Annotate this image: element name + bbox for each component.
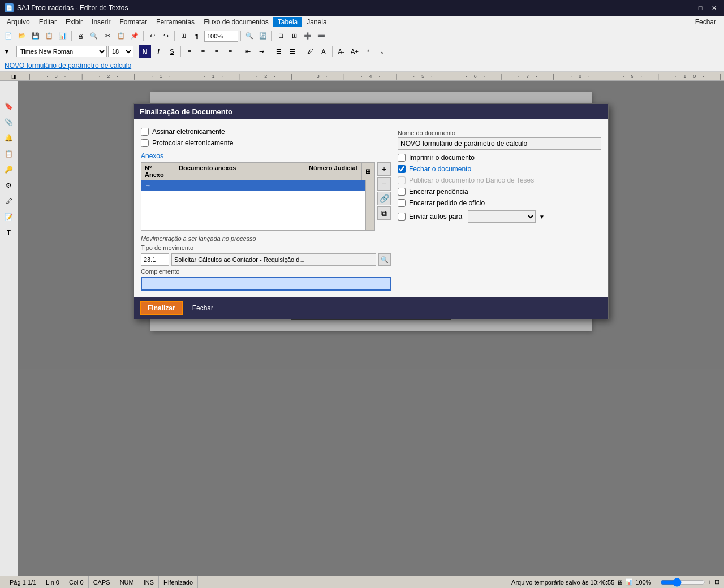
checkbox-fechar[interactable] [398, 165, 406, 173]
doc-canvas[interactable]: PROCURADORIA GERAL DO ESTADO Há trânsito… [18, 81, 724, 576]
checkbox-protocolar[interactable] [141, 139, 149, 147]
cut-btn[interactable]: ✂ [101, 30, 114, 42]
col-btn[interactable]: ⊞ [288, 30, 300, 42]
checkbox-imprimir-row: Imprimir o documento [398, 152, 601, 163]
font-name-select[interactable]: Times New Roman [16, 46, 107, 57]
menu-janela[interactable]: Janela [302, 17, 331, 27]
addrow-btn[interactable]: ➕ [301, 30, 314, 42]
label-encerrar-pedido: Encerrar pedido de ofício [409, 199, 485, 207]
replace-btn[interactable]: 🔄 [257, 30, 269, 42]
checkbox-encerrar[interactable] [398, 188, 406, 196]
checkbox-encerrar-row: Encerrar pendência [398, 186, 601, 197]
annexes-scrollbar[interactable] [365, 180, 374, 230]
enviar-autos-select[interactable] [468, 210, 536, 223]
panel-btn5[interactable]: 🔑 [2, 162, 16, 177]
annexe-copy-btn[interactable]: ⧉ [377, 206, 391, 220]
delrow-btn[interactable]: ➖ [315, 30, 327, 42]
tipo-search-btn[interactable]: 🔍 [378, 253, 391, 266]
checkbox-encerrar-pedido[interactable] [398, 199, 406, 207]
printprev-btn[interactable]: 🔍 [88, 30, 100, 42]
zoom-slider[interactable] [660, 578, 705, 587]
complemento-input[interactable] [141, 277, 391, 291]
left-panel: ⊢ 🔖 📎 🔔 📋 🔑 ⚙ 🖊 📝 T [0, 81, 18, 576]
dialog-fechar-button[interactable]: Fechar [186, 301, 220, 315]
tab-btn[interactable]: ⊢ [2, 83, 16, 98]
underline-button[interactable]: S [166, 45, 178, 58]
menu-formatar[interactable]: Formatar [115, 17, 152, 27]
save-btn[interactable]: 💾 [29, 30, 42, 42]
checkbox-assinar[interactable] [141, 128, 149, 136]
annexe-remove-btn[interactable]: − [377, 177, 391, 191]
indent-decrease-btn[interactable]: ⇤ [242, 45, 254, 58]
print-btn[interactable]: 🖨 [74, 30, 87, 42]
align-center-btn[interactable]: ≡ [197, 45, 209, 58]
minimize-button[interactable]: ─ [681, 3, 692, 12]
paste-btn[interactable]: 📌 [128, 30, 141, 42]
label-publicar: Publicar o documento no Banco de Teses [409, 176, 534, 184]
panel-btn8[interactable]: 📝 [2, 210, 16, 224]
menu-arquivo[interactable]: Arquivo [2, 17, 35, 27]
panel-btn4[interactable]: 📋 [2, 146, 16, 161]
table-btn[interactable]: ⊞ [177, 30, 189, 42]
table2-btn[interactable]: ⊟ [274, 30, 287, 42]
status-lin: Lin 0 [41, 576, 64, 588]
close-button[interactable]: ✕ [708, 3, 719, 12]
numbering-btn[interactable]: ☰ [286, 45, 299, 58]
maximize-button[interactable]: □ [695, 3, 706, 12]
textsize-dec-btn[interactable]: A- [335, 45, 347, 58]
style-select[interactable]: ▼ [2, 45, 11, 58]
tipo-code-input[interactable] [141, 253, 169, 266]
zoom-decrease-btn[interactable]: − [653, 578, 658, 586]
panel-btn3[interactable]: 🔔 [2, 131, 16, 145]
panel-btn1[interactable]: 🔖 [2, 99, 16, 114]
filter-icon[interactable]: ⊞ [362, 163, 374, 180]
copy-btn[interactable]: 📋 [115, 30, 127, 42]
find-btn[interactable]: 🔍 [243, 30, 256, 42]
panel-btn9[interactable]: T [2, 226, 16, 240]
panel-btn7[interactable]: 🖊 [2, 194, 16, 209]
annexes-table-body[interactable]: → [141, 180, 375, 231]
menu-fluxo[interactable]: Fluxo de documentos [199, 17, 273, 27]
panel-btn2[interactable]: 📎 [2, 115, 16, 129]
font-size-select[interactable]: 18 [108, 46, 133, 57]
new-btn[interactable]: 📄 [2, 30, 15, 42]
textsize-inc-btn[interactable]: A+ [348, 45, 361, 58]
menu-bar: Arquivo Editar Exibir Inserir Formatar F… [0, 16, 724, 28]
italic-button[interactable]: I [152, 45, 165, 58]
saveas-btn[interactable]: 📋 [43, 30, 55, 42]
fontcolor-btn[interactable]: A [317, 45, 330, 58]
redo-btn[interactable]: ↪ [160, 30, 172, 42]
zoom-input[interactable] [204, 31, 238, 42]
bullets-btn[interactable]: ☰ [273, 45, 285, 58]
align-right-btn[interactable]: ≡ [210, 45, 223, 58]
menu-exibir[interactable]: Exibir [61, 17, 87, 27]
highlight-btn[interactable]: 🖊 [304, 45, 316, 58]
annexe-link-btn[interactable]: 🔗 [377, 192, 391, 205]
panel-btn6[interactable]: ⚙ [2, 178, 16, 193]
indent-increase-btn[interactable]: ⇥ [255, 45, 268, 58]
bold-button[interactable]: N [139, 45, 151, 58]
checkbox-publicar[interactable] [398, 176, 406, 184]
menu-editar[interactable]: Editar [35, 17, 61, 27]
checkbox-imprimir[interactable] [398, 154, 406, 162]
sub-btn[interactable]: ₛ [376, 45, 388, 58]
tipo-row: 🔍 [141, 253, 391, 266]
pdf-btn[interactable]: 📊 [57, 30, 69, 42]
menu-ferramentas[interactable]: Ferramentas [152, 17, 199, 27]
zoom-increase-btn[interactable]: + [708, 578, 712, 586]
super-btn[interactable]: ˢ [362, 45, 374, 58]
align-justify-btn[interactable]: ≡ [224, 45, 236, 58]
checkbox-enviar[interactable] [398, 213, 406, 220]
status-caps: CAPS [89, 576, 115, 588]
nome-doc-input[interactable] [398, 137, 601, 150]
show-format-btn[interactable]: ¶ [191, 30, 203, 42]
annexe-add-btn[interactable]: + [377, 162, 391, 176]
align-left-btn[interactable]: ≡ [183, 45, 196, 58]
menu-tabela[interactable]: Tabela [273, 17, 302, 27]
undo-btn[interactable]: ↩ [146, 30, 158, 42]
menu-fechar[interactable]: Fechar [689, 17, 722, 27]
finalizar-button[interactable]: Finalizar [140, 301, 183, 315]
menu-inserir[interactable]: Inserir [87, 17, 115, 27]
breadcrumb-link[interactable]: NOVO formulário de parâmetro de cálculo [5, 62, 131, 70]
open-btn[interactable]: 📂 [16, 30, 28, 42]
